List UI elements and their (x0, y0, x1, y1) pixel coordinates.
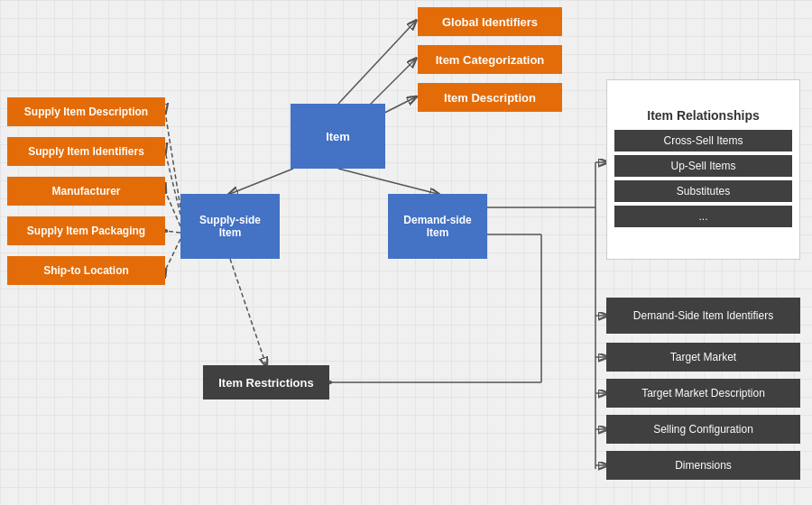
cross-sell-item: Cross-Sell Items (614, 130, 792, 152)
supply-item-description-label: Supply Item Description (24, 106, 148, 118)
more-item: ... (614, 206, 792, 227)
dimensions-box: Dimensions (606, 451, 800, 480)
svg-line-8 (165, 231, 180, 233)
svg-line-10 (230, 259, 266, 365)
supply-item-packaging-box: Supply Item Packaging (7, 216, 165, 245)
svg-line-3 (230, 169, 293, 194)
item-box: Item (291, 104, 385, 169)
substitutes-item: Substitutes (614, 180, 792, 202)
svg-line-9 (165, 239, 180, 271)
target-market-label: Target Market (670, 351, 736, 363)
selling-configuration-label: Selling Configuration (653, 423, 753, 436)
demand-side-label: Demand-side Item (403, 214, 471, 239)
target-market-description-label: Target Market Description (641, 387, 765, 399)
up-sell-item: Up-Sell Items (614, 155, 792, 177)
demand-side-identifiers-box: Demand-Side Item Identifiers (606, 298, 800, 334)
target-market-description-box: Target Market Description (606, 379, 800, 408)
ship-to-location-label: Ship-to Location (43, 264, 129, 277)
svg-line-7 (165, 191, 180, 226)
target-market-box: Target Market (606, 343, 800, 372)
ship-to-location-box: Ship-to Location (7, 256, 165, 285)
supply-side-label: Supply-side Item (199, 214, 261, 239)
manufacturer-label: Manufacturer (51, 185, 120, 197)
item-relationships-box: Item Relationships Cross-Sell Items Up-S… (606, 79, 800, 260)
supply-item-packaging-label: Supply Item Packaging (27, 225, 145, 237)
svg-line-4 (338, 169, 438, 194)
item-categorization-label: Item Categorization (436, 53, 545, 67)
item-restrictions-box: Item Restrictions (203, 365, 329, 399)
demand-side-identifiers-label: Demand-Side Item Identifiers (633, 309, 773, 322)
global-identifiers-box: Global Identifiers (418, 7, 562, 36)
item-description-box: Item Description (418, 83, 562, 112)
item-categorization-box: Item Categorization (418, 45, 562, 74)
item-restrictions-label: Item Restrictions (218, 376, 313, 390)
item-description-label: Item Description (444, 91, 536, 105)
svg-line-6 (165, 152, 180, 215)
svg-line-5 (165, 112, 180, 207)
supply-item-identifiers-box: Supply Item Identifiers (7, 137, 165, 166)
svg-line-0 (338, 22, 415, 104)
diagram-container: Item Supply-side Item Demand-side Item I… (0, 0, 812, 505)
relationships-title: Item Relationships (614, 108, 792, 123)
dimensions-label: Dimensions (675, 459, 732, 472)
selling-configuration-box: Selling Configuration (606, 415, 800, 444)
demand-side-box: Demand-side Item (388, 194, 487, 259)
supply-item-description-box: Supply Item Description (7, 97, 165, 126)
manufacturer-box: Manufacturer (7, 177, 165, 206)
global-identifiers-label: Global Identifiers (442, 15, 538, 29)
item-label: Item (326, 130, 350, 143)
supply-item-identifiers-label: Supply Item Identifiers (28, 145, 144, 158)
supply-side-box: Supply-side Item (180, 194, 280, 259)
